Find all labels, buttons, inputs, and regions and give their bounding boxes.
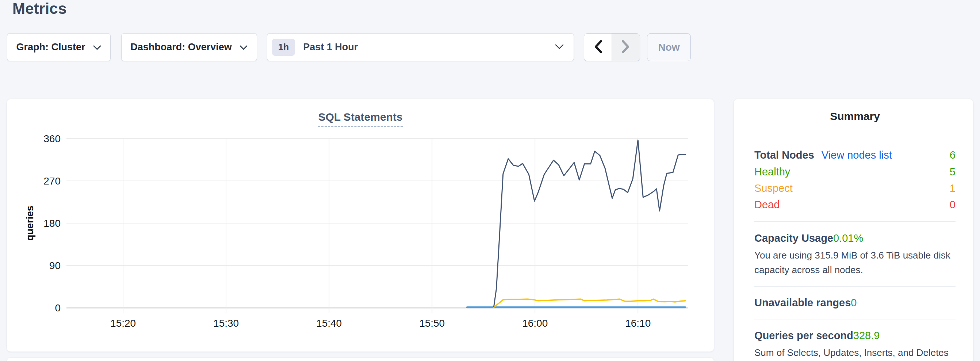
healthy-value: 5 xyxy=(950,164,956,180)
queries-per-second-label: Queries per second xyxy=(754,328,853,343)
time-range-picker[interactable]: 1h Past 1 Hour xyxy=(267,33,574,61)
divider xyxy=(754,221,956,222)
x-tick-label: 16:10 xyxy=(625,318,651,329)
chevron-left-icon xyxy=(593,40,603,55)
queries-per-second-value: 328.9 xyxy=(853,328,880,343)
next-chart-card-partial xyxy=(7,358,714,361)
graph-dropdown[interactable]: Graph: Cluster xyxy=(7,33,111,61)
queries-per-second-description: Sum of Selects, Updates, Inserts, and De… xyxy=(754,345,956,361)
x-tick-label: 16:00 xyxy=(522,318,548,329)
chevron-down-icon xyxy=(93,41,102,53)
now-button[interactable]: Now xyxy=(647,33,691,61)
y-axis-label: queries xyxy=(24,206,35,241)
suspect-value: 1 xyxy=(950,180,956,196)
y-tick-label: 180 xyxy=(43,218,60,229)
capacity-usage-section: Capacity Usage 0.01% You are using 315.9… xyxy=(754,230,956,277)
y-tick-label: 90 xyxy=(49,260,60,271)
queries-per-second-section: Queries per second 328.9 Sum of Selects,… xyxy=(754,328,956,361)
view-nodes-list-link[interactable]: View nodes list xyxy=(821,147,892,164)
healthy-nodes-row: Healthy 5 xyxy=(754,164,956,180)
summary-panel: Summary Total Nodes View nodes list 6 He… xyxy=(734,99,973,361)
x-tick-label: 15:30 xyxy=(213,318,239,329)
sql-statements-chart-card: SQL Statements 09018027036015:2015:3015:… xyxy=(7,99,714,352)
prev-time-window-button[interactable] xyxy=(584,33,612,61)
y-tick-label: 0 xyxy=(55,302,60,314)
unavailable-ranges-value: 0 xyxy=(851,295,857,310)
chevron-down-icon xyxy=(239,41,248,53)
chevron-right-icon xyxy=(621,40,631,55)
dead-value: 0 xyxy=(950,196,956,213)
metrics-toolbar: Graph: Cluster Dashboard: Overview 1h Pa… xyxy=(7,33,691,61)
divider xyxy=(754,319,956,320)
time-window-pager xyxy=(584,33,640,61)
y-tick-label: 270 xyxy=(43,176,60,187)
sql-statements-chart: 09018027036015:2015:3015:4015:5016:0016:… xyxy=(7,99,714,352)
divider xyxy=(754,286,956,287)
y-tick-label: 360 xyxy=(43,133,60,144)
suspect-label: Suspect xyxy=(754,180,793,196)
x-tick-label: 15:50 xyxy=(419,318,445,329)
time-range-badge: 1h xyxy=(272,39,295,56)
capacity-usage-value: 0.01% xyxy=(833,230,863,246)
x-tick-label: 15:40 xyxy=(316,318,342,329)
healthy-label: Healthy xyxy=(754,164,790,180)
dashboard-dropdown[interactable]: Dashboard: Overview xyxy=(121,33,257,61)
unavailable-ranges-label: Unavailable ranges xyxy=(754,295,851,310)
total-nodes-label: Total Nodes xyxy=(754,147,814,164)
capacity-usage-description: You are using 315.9 MiB of 3.6 TiB usabl… xyxy=(754,248,956,277)
time-range-label: Past 1 Hour xyxy=(303,41,547,53)
capacity-usage-label: Capacity Usage xyxy=(754,230,833,246)
suspect-nodes-row: Suspect 1 xyxy=(754,180,956,196)
dashboard-dropdown-label: Dashboard: Overview xyxy=(130,41,232,53)
next-time-window-button[interactable] xyxy=(612,33,640,61)
x-tick-label: 15:20 xyxy=(110,318,136,329)
graph-dropdown-label: Graph: Cluster xyxy=(16,41,85,53)
series-yellow xyxy=(494,299,685,307)
chart-title[interactable]: SQL Statements xyxy=(318,111,402,127)
unavailable-ranges-row: Unavailable ranges 0 xyxy=(754,295,956,310)
page-title: Metrics xyxy=(13,0,67,17)
chevron-down-icon xyxy=(555,44,564,51)
total-nodes-value: 6 xyxy=(950,147,956,164)
summary-title: Summary xyxy=(754,110,956,122)
dead-nodes-row: Dead 0 xyxy=(754,196,956,213)
total-nodes-row: Total Nodes View nodes list 6 xyxy=(754,147,956,164)
dead-label: Dead xyxy=(754,196,780,213)
